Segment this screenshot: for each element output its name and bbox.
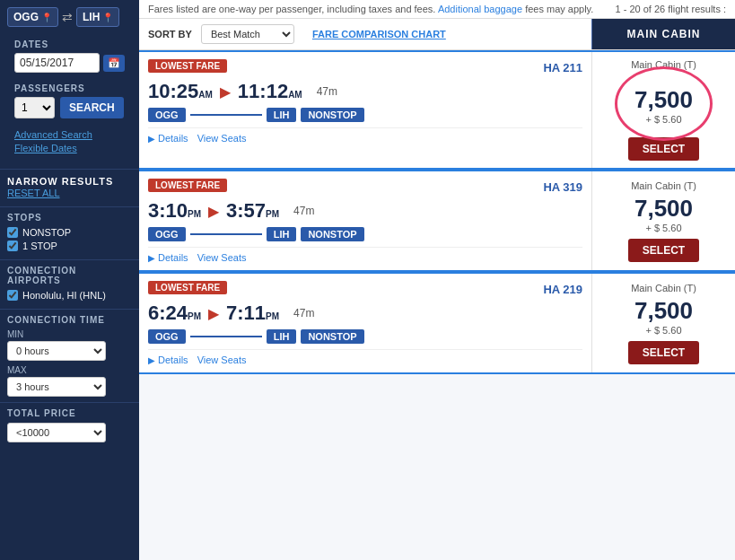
flight-right-2: Main Cabin (T) 7,500 + $ 5.60 SELECT bbox=[591, 171, 735, 270]
cabin-label-1: Main Cabin (T) bbox=[631, 59, 696, 70]
connection-airports-label: CONNECTION AIRPORTS bbox=[7, 266, 132, 285]
max-time-label: MAX bbox=[7, 365, 132, 375]
duration-2: 47m bbox=[293, 205, 314, 217]
nonstop-badge-2: NONSTOP bbox=[301, 227, 363, 241]
flight-card-1: LOWEST FARE HA 211 10:25AM ▶ 11:12AM 47m… bbox=[139, 50, 735, 170]
depart-time-1: 10:25AM bbox=[148, 80, 213, 103]
reset-all-link[interactable]: RESET ALL bbox=[7, 188, 132, 198]
lowest-fare-badge-2: LOWEST FARE bbox=[148, 179, 227, 192]
nonstop-badge-3: NONSTOP bbox=[301, 329, 363, 344]
honolulu-label: Honolulu, HI (HNL) bbox=[22, 290, 106, 301]
advanced-search-link[interactable]: Advanced Search bbox=[14, 129, 125, 140]
origin-badge-3: OGG bbox=[148, 329, 186, 344]
fare-note: Fares listed are one-way per passenger, … bbox=[148, 4, 435, 14]
miles-extra-3: + $ 5.60 bbox=[645, 325, 681, 336]
nonstop-label: NONSTOP bbox=[22, 227, 71, 238]
origin-badge-2: OGG bbox=[148, 227, 186, 241]
destination-pin-icon: 📍 bbox=[102, 13, 113, 22]
flight-left-2: LOWEST FARE HA 319 3:10PM ▶ 3:57PM 47m O… bbox=[139, 171, 591, 270]
flight-number-3: HA 219 bbox=[543, 283, 582, 296]
miles-extra-2: + $ 5.60 bbox=[645, 223, 681, 233]
swap-icon[interactable]: ⇄ bbox=[62, 10, 73, 24]
route-badges-2: OGG LIH NONSTOP bbox=[148, 227, 582, 241]
results-count: 1 - 20 of 26 flight results : bbox=[615, 4, 726, 14]
main-content: Fares listed are one-way per passenger, … bbox=[139, 0, 735, 560]
lowest-fare-badge-3: LOWEST FARE bbox=[148, 281, 227, 294]
miles-amount-1: 7,500 bbox=[634, 86, 693, 114]
sidebar: OGG 📍 ⇄ LIH 📍 DATES 📅 PASSENGERS bbox=[0, 0, 139, 560]
details-row-3: ▶Details View Seats bbox=[148, 349, 582, 365]
dest-badge-1: LIH bbox=[267, 108, 297, 122]
select-button-3[interactable]: SELECT bbox=[628, 341, 699, 364]
route-line-2 bbox=[190, 233, 262, 235]
date-input[interactable] bbox=[14, 53, 100, 73]
flight-times-3: 6:24PM ▶ 7:11PM 47m bbox=[148, 302, 582, 325]
total-price-label: TOTAL PRICE bbox=[7, 408, 132, 418]
destination-airport[interactable]: LIH 📍 bbox=[76, 7, 119, 27]
cabin-label-3: Main Cabin (T) bbox=[631, 283, 696, 293]
main-cabin-header: MAIN CABIN bbox=[591, 19, 735, 49]
origin-pin-icon: 📍 bbox=[41, 13, 52, 22]
flight-arrow-icon-3: ▶ bbox=[208, 305, 219, 322]
view-seats-link-3[interactable]: View Seats bbox=[197, 354, 247, 365]
miles-amount-2: 7,500 bbox=[634, 195, 693, 223]
min-time-label: MIN bbox=[7, 329, 132, 339]
duration-1: 47m bbox=[317, 85, 337, 98]
view-seats-link-2[interactable]: View Seats bbox=[197, 252, 247, 263]
details-link-2[interactable]: ▶Details bbox=[148, 252, 188, 263]
flight-times-2: 3:10PM ▶ 3:57PM 47m bbox=[148, 199, 582, 223]
search-button[interactable]: SEARCH bbox=[60, 97, 124, 118]
arrive-time-3: 7:11PM bbox=[226, 302, 279, 325]
nonstop-checkbox[interactable] bbox=[7, 227, 18, 238]
arrive-time-1: 11:12AM bbox=[238, 80, 302, 103]
top-bar: Fares listed are one-way per passenger, … bbox=[139, 0, 735, 19]
details-link-1[interactable]: ▶Details bbox=[148, 133, 188, 144]
select-button-2[interactable]: SELECT bbox=[628, 239, 699, 262]
route-line-3 bbox=[190, 336, 262, 337]
cabin-label-2: Main Cabin (T) bbox=[631, 180, 696, 191]
flight-card-3: LOWEST FARE HA 219 6:24PM ▶ 7:11PM 47m O… bbox=[139, 272, 735, 374]
duration-3: 47m bbox=[293, 307, 314, 319]
flight-right-3: Main Cabin (T) 7,500 + $ 5.60 SELECT bbox=[591, 274, 735, 372]
flight-left-1: LOWEST FARE HA 211 10:25AM ▶ 11:12AM 47m… bbox=[139, 52, 591, 168]
connection-time-label: CONNECTION TIME bbox=[7, 315, 132, 325]
dest-badge-3: LIH bbox=[267, 329, 297, 344]
view-seats-link-1[interactable]: View Seats bbox=[197, 133, 247, 144]
honolulu-checkbox[interactable] bbox=[7, 290, 18, 301]
one-stop-checkbox[interactable] bbox=[7, 241, 18, 251]
calendar-icon[interactable]: 📅 bbox=[103, 55, 125, 72]
stops-label: STOPS bbox=[7, 213, 132, 223]
flight-number-1: HA 211 bbox=[543, 61, 582, 74]
passengers-select[interactable]: 123 bbox=[14, 97, 55, 118]
miles-amount-3: 7,500 bbox=[634, 297, 693, 325]
baggage-link[interactable]: Additional baggage bbox=[438, 4, 522, 14]
lowest-fare-badge-1: LOWEST FARE bbox=[148, 59, 227, 73]
origin-badge-1: OGG bbox=[148, 108, 186, 122]
flight-card-2: LOWEST FARE HA 319 3:10PM ▶ 3:57PM 47m O… bbox=[139, 170, 735, 272]
flight-arrow-icon-2: ▶ bbox=[208, 203, 219, 220]
miles-extra-1: + $ 5.60 bbox=[645, 114, 681, 125]
arrive-time-2: 3:57PM bbox=[226, 199, 279, 223]
sort-select[interactable]: Best MatchPriceDuration bbox=[201, 24, 294, 44]
route-badges-1: OGG LIH NONSTOP bbox=[148, 108, 582, 122]
flight-right-1: Main Cabin (T) 7,500 + $ 5.60 SELECT bbox=[591, 52, 735, 168]
price-select[interactable]: <10000<5000<7500 bbox=[7, 423, 106, 442]
route-line-1 bbox=[190, 114, 262, 116]
min-time-select[interactable]: 0 hours1 hour2 hours bbox=[7, 341, 106, 361]
dates-label: DATES bbox=[14, 39, 125, 49]
depart-time-3: 6:24PM bbox=[148, 302, 201, 325]
sort-row: SORT BY Best MatchPriceDuration FARE COM… bbox=[139, 19, 591, 49]
details-link-3[interactable]: ▶Details bbox=[148, 354, 188, 365]
max-time-select[interactable]: 3 hours4 hours5 hours bbox=[7, 377, 106, 397]
details-row-1: ▶Details View Seats bbox=[148, 127, 582, 144]
flexible-dates-link[interactable]: Flexible Dates bbox=[14, 143, 125, 153]
select-button-1[interactable]: SELECT bbox=[628, 137, 699, 161]
narrow-results-title: NARROW RESULTS bbox=[7, 176, 113, 187]
flight-arrow-icon-1: ▶ bbox=[220, 83, 231, 101]
fare-comparison-link[interactable]: FARE COMPARISON CHART bbox=[312, 29, 446, 39]
sort-label: SORT BY bbox=[148, 29, 192, 39]
passengers-label: PASSENGERS bbox=[14, 83, 125, 93]
origin-airport[interactable]: OGG 📍 bbox=[7, 7, 58, 27]
flight-times-1: 10:25AM ▶ 11:12AM 47m bbox=[148, 80, 582, 103]
details-row-2: ▶Details View Seats bbox=[148, 247, 582, 263]
